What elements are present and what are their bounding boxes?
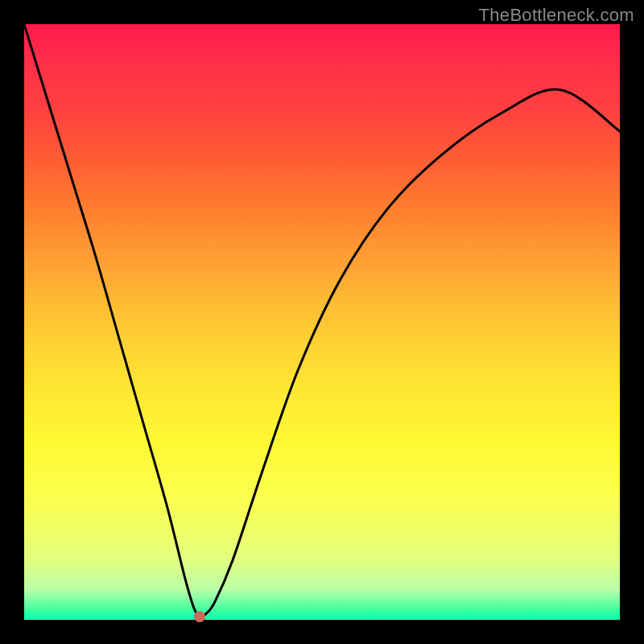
watermark-text: TheBottleneck.com [479, 5, 634, 26]
minimum-marker [194, 611, 205, 622]
bottleneck-curve [24, 24, 620, 617]
curve-svg [24, 24, 620, 620]
chart-container: TheBottleneck.com [0, 0, 644, 644]
plot-area [24, 24, 620, 620]
